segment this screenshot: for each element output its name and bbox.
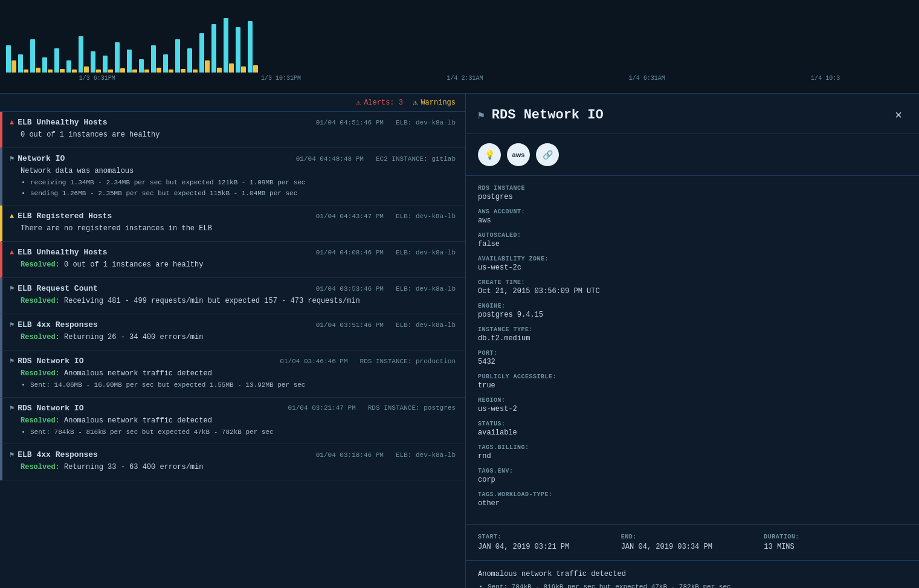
chart-area: 1/3 6:31PM1/3 10:31PM1/4 2:31AM1/4 6:31A… (0, 0, 919, 94)
triangle-icon: ▲ (10, 118, 14, 127)
yellow-bar (169, 69, 173, 73)
list-item[interactable]: ⚑ELB 4xx Responses01/04 03:18:46 PMELB: … (0, 444, 465, 480)
list-item[interactable]: ⚑ELB Request Count01/04 03:53:46 PMELB: … (0, 278, 465, 314)
cyan-bar (18, 54, 23, 73)
yellow-bar (156, 68, 161, 73)
alert-title-section: ▲ELB Registered Hosts (10, 212, 112, 221)
alert-main-text: Resolved: Receiving 481 - 499 requests/m… (21, 297, 456, 305)
prop-row: AVAILABILITY ZONE:us-west-2c (478, 256, 907, 272)
list-item[interactable]: ⚑ELB 4xx Responses01/04 03:51:46 PMELB: … (0, 314, 465, 351)
prop-row: TAGS.ENV:corp (478, 468, 907, 484)
prop-label: TAGS.WORKLOAD-TYPE: (478, 491, 907, 498)
prop-label: TAGS.BILLING: (478, 444, 907, 451)
detail-properties: RDS INSTANCEpostgresAWS ACCOUNT:awsAUTOS… (466, 176, 919, 524)
list-item[interactable]: ⚑RDS Network IO01/04 03:46:46 PMRDS INST… (0, 351, 465, 398)
bar-group (187, 48, 198, 73)
alert-title: ELB 4xx Responses (18, 320, 98, 329)
alert-title: ELB 4xx Responses (18, 450, 98, 459)
alert-time: 01/04 03:21:47 PM (288, 404, 356, 412)
prop-row: PORT:5432 (478, 350, 907, 366)
prop-label: AUTOSCALED: (478, 232, 907, 239)
link-icon-button[interactable]: 🔗 (536, 143, 559, 166)
prop-row: STATUS:available (478, 421, 907, 437)
alert-badge-icon: ⚠ (356, 97, 361, 108)
resolved-label: Resolved: (21, 260, 64, 269)
alert-item-header: ⚑Network IO01/04 04:48:48 PMEC2 INSTANCE… (10, 154, 456, 163)
bar-group (199, 33, 210, 73)
prop-label: RDS INSTANCE (478, 185, 907, 192)
alert-title: ELB Request Count (18, 284, 98, 293)
alert-title: ELB Unhealthy Hosts (18, 118, 107, 127)
cyan-bar (127, 50, 132, 73)
yellow-bar (253, 65, 258, 73)
alert-title-section: ▲ELB Unhealthy Hosts (10, 118, 107, 127)
alert-body: Resolved: Returning 26 - 34 400 errors/m… (10, 333, 456, 341)
yellow-bar (132, 69, 137, 73)
alert-title-section: ▲ELB Unhealthy Hosts (10, 248, 107, 257)
prop-value: aws (478, 216, 907, 225)
alert-bullets: Sent: 784kB - 816kB per sec but expected… (30, 427, 456, 438)
flag-icon: ⚑ (10, 284, 14, 293)
resolved-label: Resolved: (21, 369, 64, 378)
alert-title: RDS Network IO (18, 357, 83, 366)
aws-icon-button[interactable]: aws (507, 143, 530, 166)
list-item[interactable]: ▲ELB Registered Hosts01/04 04:43:47 PMEL… (0, 205, 465, 242)
detail-timing: START: JAN 04, 2019 03:21 PM END: JAN 04… (466, 524, 919, 560)
list-item[interactable]: ⚑Network IO01/04 04:48:48 PMEC2 INSTANCE… (0, 148, 465, 205)
detail-desc-text: Anomalous network traffic detected (478, 570, 907, 578)
chart-label: 1/4 2:31AM (447, 75, 483, 82)
alert-meta: 01/04 04:08:46 PMELB: dev-k8a-lb (316, 249, 456, 256)
resolved-label: Resolved: (21, 333, 64, 341)
prop-value: postgres 9.4.15 (478, 311, 907, 319)
alert-time: 01/04 04:08:46 PM (316, 249, 384, 256)
duration-value: 13 MINS (764, 543, 907, 551)
alerts-header-bar: ⚠ Alerts: 3 ⚠ Warnings (0, 94, 465, 112)
alert-meta: 01/04 03:21:47 PMRDS INSTANCE: postgres (288, 404, 456, 412)
alert-meta: 01/04 03:18:46 PMELB: dev-k8a-lb (316, 451, 456, 459)
alerts-panel[interactable]: ⚠ Alerts: 3 ⚠ Warnings ▲ELB Unhealthy Ho… (0, 94, 465, 588)
cyan-bar (115, 42, 120, 73)
close-button[interactable]: × (890, 106, 907, 124)
alert-body: 0 out of 1 instances are healthy (10, 131, 456, 139)
list-item[interactable]: ▲ELB Unhealthy Hosts01/04 04:08:46 PMELB… (0, 242, 465, 278)
alert-bullets: Sent: 14.06MB - 16.90MB per sec but expe… (30, 380, 456, 391)
alert-title: RDS Network IO (18, 404, 83, 413)
yellow-bar (72, 69, 77, 73)
list-item[interactable]: ▲ELB Unhealthy Hosts01/04 04:51:46 PMELB… (0, 112, 465, 148)
alert-body: There are no registered instances in the… (10, 224, 456, 233)
yellow-bar (11, 60, 16, 73)
warnings-count-badge: ⚠ Warnings (413, 97, 456, 108)
cyan-bar (175, 39, 180, 73)
alert-meta: 01/04 04:43:47 PMELB: dev-k8a-lb (316, 213, 456, 220)
prop-value: other (478, 499, 907, 508)
alert-bullet-item: receiving 1.34MB - 2.34MB per sec but ex… (30, 178, 456, 189)
alert-title: ELB Unhealthy Hosts (18, 248, 107, 257)
timing-start: START: JAN 04, 2019 03:21 PM (478, 534, 621, 551)
alert-source: ELB: dev-k8a-lb (396, 285, 456, 292)
alert-body: Resolved: Receiving 481 - 499 requests/m… (10, 297, 456, 305)
alerts-count-badge: ⚠ Alerts: 3 (356, 97, 403, 108)
yellow-bar (217, 68, 222, 73)
yellow-bar (48, 69, 53, 73)
list-item[interactable]: ⚑RDS Network IO01/04 03:21:47 PMRDS INST… (0, 398, 465, 445)
resolved-label: Resolved: (21, 463, 64, 471)
yellow-bar (229, 63, 234, 73)
alert-title: Network IO (18, 154, 65, 163)
bar-group (42, 57, 53, 73)
bar-group (163, 54, 173, 73)
prop-row: TAGS.WORKLOAD-TYPE:other (478, 491, 907, 508)
prop-value: available (478, 428, 907, 437)
chart-label: 1/3 6:31PM (79, 75, 115, 82)
alert-time: 01/04 03:53:46 PM (316, 285, 384, 292)
prop-value: postgres (478, 193, 907, 201)
alert-source: ELB: dev-k8a-lb (396, 213, 456, 220)
detail-title: RDS Network IO (492, 108, 604, 123)
alert-main-text: 0 out of 1 instances are healthy (21, 131, 456, 139)
bulb-icon-button[interactable]: 💡 (478, 143, 501, 166)
alert-main-text: Resolved: Returning 26 - 34 400 errors/m… (21, 333, 456, 341)
cyan-bar (91, 51, 95, 73)
alert-item-header: ▲ELB Unhealthy Hosts01/04 04:51:46 PMELB… (10, 118, 456, 127)
detail-flag-icon: ⚑ (478, 109, 485, 122)
bar-group (103, 56, 113, 73)
prop-value: Oct 21, 2015 03:56:09 PM UTC (478, 287, 907, 296)
